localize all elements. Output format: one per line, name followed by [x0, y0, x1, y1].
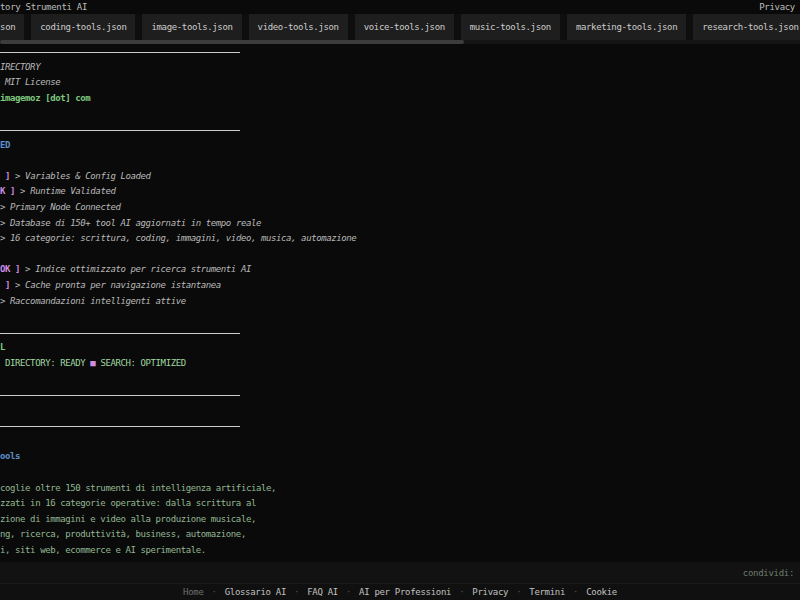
horizontal-rule	[0, 130, 240, 131]
terminal-segment: Indice ottimizzato per ricerca strumenti…	[35, 264, 251, 274]
horizontal-rule	[0, 426, 240, 427]
tab-image-tools-json[interactable]: image-tools.json	[142, 14, 241, 40]
terminal-rule	[0, 387, 800, 403]
terminal-segment: Primary Node Connected	[10, 202, 120, 212]
share-label: condividi:	[743, 568, 794, 578]
terminal-rule	[0, 418, 800, 434]
terminal-segment: ng, ricerca, produttività, business, aut…	[0, 529, 246, 539]
terminal-segment: ]	[0, 171, 10, 181]
terminal-line: i, siti web, ecommerce e AI sperimentale…	[0, 543, 800, 559]
terminal-segment: >	[20, 264, 35, 274]
footer-separator: ·	[459, 587, 464, 597]
terminal-output: IRECTORY MIT Licenseimagemoz [dot] comED…	[0, 44, 800, 559]
terminal-segment: Database di 150+ tool AI aggiornati in t…	[10, 218, 261, 228]
terminal-blank-line	[0, 153, 800, 169]
share-bar: condividi:	[0, 562, 800, 583]
terminal-rule	[0, 122, 800, 138]
terminal-line: coglie oltre 150 strumenti di intelligen…	[0, 481, 800, 497]
terminal-segment: L	[0, 342, 5, 352]
terminal-segment: coglie oltre 150 strumenti di intelligen…	[0, 483, 276, 493]
terminal-blank-line	[0, 371, 800, 387]
terminal-line: zione di immagini e video alla produzion…	[0, 512, 800, 528]
terminal-blank-line	[0, 106, 800, 122]
terminal-line: OK ] > Indice ottimizzato per ricerca st…	[0, 262, 800, 278]
horizontal-rule	[0, 52, 240, 53]
tab-video-tools-json[interactable]: video-tools.json	[249, 14, 348, 40]
terminal-segment: ools	[0, 451, 20, 461]
terminal-line: > Primary Node Connected	[0, 200, 800, 216]
terminal-line: ] > Variables & Config Loaded	[0, 169, 800, 185]
footer-link-faq-ai[interactable]: FAQ AI	[307, 587, 338, 597]
tab-voice-tools-json[interactable]: voice-tools.json	[355, 14, 454, 40]
footer-nav: Home·Glossario AI·FAQ AI·AI per Professi…	[0, 583, 800, 600]
terminal-segment: MIT License	[0, 77, 60, 87]
site-title: tory Strumenti AI	[0, 2, 87, 12]
terminal-line: MIT License	[0, 75, 800, 91]
terminal-segment: ED	[0, 140, 10, 150]
terminal-segment: Runtime Validated	[30, 186, 115, 196]
terminal-line: > 16 categorie: scrittura, coding, immag…	[0, 231, 800, 247]
terminal-segment: >	[15, 186, 30, 196]
terminal-segment: OK ]	[0, 264, 20, 274]
terminal-segment: i, siti web, ecommerce e AI sperimentale…	[0, 545, 206, 555]
terminal-line: imagemoz [dot] com	[0, 91, 800, 107]
terminal-line: > Raccomandazioni intelligenti attive	[0, 294, 800, 310]
terminal-segment: K ]	[0, 186, 15, 196]
horizontal-rule	[0, 333, 240, 334]
terminal-segment: zzati in 16 categorie operative: dalla s…	[0, 498, 256, 508]
terminal-segment: zione di immagini e video alla produzion…	[0, 514, 256, 524]
terminal-line: DIRECTORY: READY ■ SEARCH: OPTIMIZED	[0, 356, 800, 372]
terminal-line: ED	[0, 138, 800, 154]
terminal-rule	[0, 325, 800, 341]
footer-link-termini[interactable]: Termini	[529, 587, 565, 597]
terminal-segment: >	[0, 233, 10, 243]
terminal-blank-line	[0, 434, 800, 450]
terminal-line: zzati in 16 categorie operative: dalla s…	[0, 496, 800, 512]
footer-separator: ·	[516, 587, 521, 597]
terminal-blank-line	[0, 247, 800, 263]
terminal-segment: SEARCH: OPTIMIZED	[95, 358, 185, 368]
footer-separator: ·	[346, 587, 351, 597]
terminal-line: ng, ricerca, produttività, business, aut…	[0, 527, 800, 543]
terminal-line: ] > Cache pronta per navigazione istanta…	[0, 278, 800, 294]
terminal-rule	[0, 44, 800, 60]
terminal-line: K ] > Runtime Validated	[0, 184, 800, 200]
tab-strip: jsoncoding-tools.jsonimage-tools.jsonvid…	[0, 14, 800, 40]
tab-research-tools-json[interactable]: research-tools.json	[693, 14, 800, 40]
terminal-segment: >	[10, 280, 25, 290]
terminal-segment: >	[0, 296, 10, 306]
footer-link-privacy[interactable]: Privacy	[472, 587, 508, 597]
footer-separator: ·	[573, 587, 578, 597]
terminal-line: ools	[0, 449, 800, 465]
terminal-line: L	[0, 340, 800, 356]
footer-link-ai-per-professioni[interactable]: AI per Professioni	[359, 587, 451, 597]
footer-separator: ·	[212, 587, 217, 597]
terminal-segment: Raccomandazioni intelligenti attive	[10, 296, 186, 306]
terminal-segment: >	[10, 171, 25, 181]
tab-json[interactable]: json	[0, 14, 24, 40]
terminal-segment: >	[0, 202, 10, 212]
footer-link-cookie[interactable]: Cookie	[586, 587, 617, 597]
terminal-segment: imagemoz [dot] com	[0, 93, 90, 103]
terminal-segment: Variables & Config Loaded	[25, 171, 150, 181]
terminal-segment: Cache pronta per navigazione istantanea	[25, 280, 221, 290]
terminal-segment: >	[0, 218, 10, 228]
footer-link-home[interactable]: Home	[183, 587, 203, 597]
tab-music-tools-json[interactable]: music-tools.json	[461, 14, 560, 40]
terminal-blank-line	[0, 309, 800, 325]
terminal-line: IRECTORY	[0, 60, 800, 76]
terminal-segment: 16 categorie: scrittura, coding, immagin…	[10, 233, 356, 243]
footer-separator: ·	[294, 587, 299, 597]
terminal-line: > Database di 150+ tool AI aggiornati in…	[0, 216, 800, 232]
terminal-segment: IRECTORY	[0, 62, 40, 72]
terminal-segment: DIRECTORY: READY	[0, 358, 90, 368]
tab-coding-tools-json[interactable]: coding-tools.json	[31, 14, 135, 40]
tab-marketing-tools-json[interactable]: marketing-tools.json	[567, 14, 686, 40]
horizontal-rule	[0, 395, 240, 396]
privacy-link[interactable]: Privacy	[759, 2, 795, 12]
terminal-blank-line	[0, 465, 800, 481]
footer-link-glossario-ai[interactable]: Glossario AI	[225, 587, 286, 597]
terminal-blank-line	[0, 403, 800, 419]
top-bar: tory Strumenti AI Privacy	[0, 0, 800, 14]
terminal-segment: ]	[0, 280, 10, 290]
